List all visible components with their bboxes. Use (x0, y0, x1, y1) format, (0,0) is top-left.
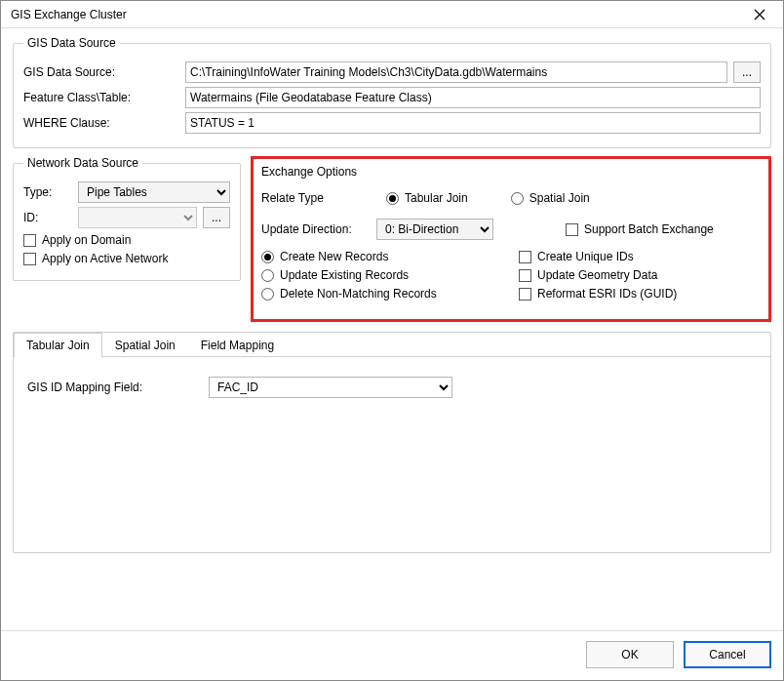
ok-button[interactable]: OK (586, 641, 674, 668)
checkbox-icon (566, 223, 578, 236)
type-label: Type: (23, 185, 72, 199)
network-data-source-group: Network Data Source Type: Pipe Tables ID… (13, 156, 241, 281)
feature-class-label: Feature Class\Table: (23, 91, 179, 104)
id-select[interactable] (78, 207, 197, 228)
tab-field-mapping[interactable]: Field Mapping (188, 333, 287, 357)
relate-tabular-join-radio[interactable]: Tabular Join (386, 191, 468, 205)
create-unique-ids-checkbox[interactable]: Create Unique IDs (519, 250, 761, 263)
tab-body-tabular-join: GIS ID Mapping Field: FAC_ID (14, 357, 770, 552)
checkbox-icon (519, 269, 531, 282)
relate-spatial-join-label: Spatial Join (529, 191, 590, 205)
id-label: ID: (23, 211, 72, 224)
footer: OK Cancel (1, 630, 783, 680)
id-browse-button[interactable]: ... (203, 207, 230, 228)
cancel-button[interactable]: Cancel (684, 641, 771, 668)
create-new-records-label: Create New Records (280, 250, 388, 263)
where-clause-input[interactable] (185, 112, 761, 134)
dialog-body: GIS Data Source GIS Data Source: ... Fea… (1, 28, 783, 630)
update-geometry-label: Update Geometry Data (537, 268, 657, 282)
tab-spatial-join[interactable]: Spatial Join (102, 333, 188, 357)
update-geometry-checkbox[interactable]: Update Geometry Data (519, 268, 761, 282)
update-direction-label: Update Direction: (261, 222, 369, 236)
gis-source-browse-button[interactable]: ... (733, 61, 761, 83)
gis-id-mapping-label: GIS ID Mapping Field: (27, 381, 203, 394)
radio-icon (511, 192, 524, 205)
window-title: GIS Exchange Cluster (11, 8, 127, 21)
apply-on-domain-checkbox[interactable]: Apply on Domain (23, 233, 230, 247)
dialog-window: GIS Exchange Cluster GIS Data Source GIS… (0, 0, 784, 681)
titlebar: GIS Exchange Cluster (1, 1, 783, 28)
close-button[interactable] (740, 3, 779, 26)
close-icon (754, 9, 765, 20)
tab-tabular-join[interactable]: Tabular Join (14, 333, 102, 357)
radio-icon (261, 269, 274, 282)
radio-icon (261, 288, 274, 300)
create-new-records-radio[interactable]: Create New Records (261, 250, 503, 263)
reformat-esri-ids-label: Reformat ESRI IDs (GUID) (537, 287, 677, 300)
gis-data-source-legend: GIS Data Source (23, 36, 120, 50)
update-existing-records-label: Update Existing Records (280, 268, 409, 282)
reformat-esri-ids-checkbox[interactable]: Reformat ESRI IDs (GUID) (519, 287, 761, 300)
exchange-options-legend: Exchange Options (261, 165, 357, 179)
gis-id-mapping-select[interactable]: FAC_ID (209, 377, 452, 398)
exchange-options-group: Exchange Options Relate Type Tabular Joi… (254, 159, 768, 319)
apply-on-domain-label: Apply on Domain (42, 233, 131, 247)
relate-tabular-join-label: Tabular Join (405, 191, 468, 205)
type-select[interactable]: Pipe Tables (78, 181, 230, 203)
checkbox-icon (519, 251, 531, 263)
support-batch-label: Support Batch Exchange (584, 222, 714, 236)
update-existing-records-radio[interactable]: Update Existing Records (261, 268, 503, 282)
radio-icon (386, 192, 399, 205)
gis-source-label: GIS Data Source: (23, 65, 179, 79)
relate-spatial-join-radio[interactable]: Spatial Join (511, 191, 590, 205)
relate-type-label: Relate Type (261, 191, 369, 205)
ellipsis-icon: ... (742, 65, 752, 79)
radio-icon (261, 251, 274, 263)
network-data-source-legend: Network Data Source (23, 156, 142, 170)
delete-non-matching-radio[interactable]: Delete Non-Matching Records (261, 287, 503, 300)
apply-on-active-network-label: Apply on Active Network (42, 252, 168, 265)
apply-on-active-network-checkbox[interactable]: Apply on Active Network (23, 252, 230, 265)
support-batch-checkbox[interactable]: Support Batch Exchange (566, 222, 761, 236)
gis-data-source-group: GIS Data Source GIS Data Source: ... Fea… (13, 36, 771, 148)
delete-non-matching-label: Delete Non-Matching Records (280, 287, 437, 300)
where-clause-label: WHERE Clause: (23, 116, 179, 130)
checkbox-icon (519, 288, 531, 300)
feature-class-input[interactable] (185, 87, 761, 108)
create-unique-ids-label: Create Unique IDs (537, 250, 634, 263)
checkbox-icon (23, 234, 36, 247)
gis-source-input[interactable] (185, 61, 727, 83)
tabstrip: Tabular Join Spatial Join Field Mapping (14, 333, 770, 357)
ellipsis-icon: ... (212, 211, 221, 224)
exchange-options-highlight: Exchange Options Relate Type Tabular Joi… (251, 156, 771, 322)
checkbox-icon (23, 253, 36, 265)
tabs-container: Tabular Join Spatial Join Field Mapping … (13, 332, 771, 553)
update-direction-select[interactable]: 0: Bi-Direction (376, 219, 493, 240)
